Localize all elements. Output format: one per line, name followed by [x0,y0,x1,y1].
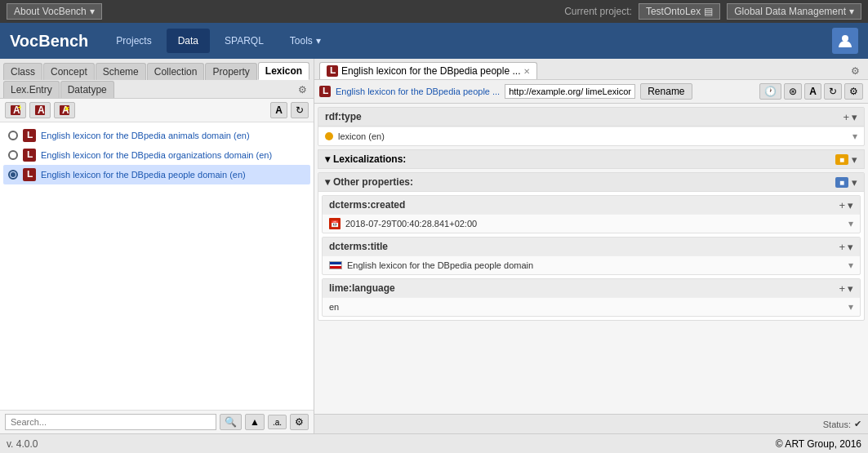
tab-settings-icon[interactable]: ⚙ [295,82,310,97]
dcterms-created-add-button[interactable]: + [839,200,845,211]
up-icon: ▲ [250,416,260,428]
other-props-section: ▾ Other properties: ■ ▾ dcterms:created … [318,172,865,321]
add-lexicon-button[interactable]: A + [5,102,26,118]
global-mgmt-button[interactable]: Global Data Management ▾ [727,3,861,20]
tab-collection[interactable]: Collection [147,63,205,80]
nav-tools-label: Tools [290,35,313,47]
tab-lex-entry[interactable]: Lex.Entry [3,81,60,98]
text-button[interactable]: A [804,83,821,100]
tab-close-icon[interactable]: ✕ [523,67,530,76]
rdf-type-add-button[interactable]: + [843,112,849,122]
tab-resource-icon: L [327,65,338,77]
nav-item-tools[interactable]: Tools ▾ [278,29,332,53]
top-bar: About VocBench ▾ Current project: TestOn… [0,0,868,23]
tab-class[interactable]: Class [3,63,42,80]
search-up-button[interactable]: ▲ [245,414,265,430]
dcterms-created-value-row: 📅 2018-07-29T00:40:28.841+02:00 ▾ [323,214,860,233]
validation-button[interactable]: ⊛ [784,83,802,100]
nav-item-projects[interactable]: Projects [105,29,162,53]
rdf-type-value-content: lexicon (en) [325,131,385,141]
svg-text:L: L [330,67,336,75]
dcterms-title-header: dcterms:title + ▾ [323,238,860,255]
dcterms-created-label: dcterms:created [329,199,405,211]
rename-label: Rename [648,86,684,97]
svg-point-0 [842,35,848,42]
about-button[interactable]: About VocBench ▾ [7,3,102,20]
dcterms-created-section: dcterms:created + ▾ 📅 2018-07-29T00:40:2… [322,195,861,233]
dcterms-title-add-button[interactable]: + [839,242,845,252]
radio-people[interactable] [8,170,18,180]
search-button[interactable]: 🔍 [220,414,242,430]
tab-property[interactable]: Property [205,63,256,80]
dcterms-created-chevron[interactable]: ▾ [848,218,853,229]
other-props-collapse-icon: ▾ [325,176,330,188]
lexicalizations-section: ▾ Lexicalizations: ■ ▾ [318,149,865,169]
global-mgmt-arrow-icon: ▾ [849,6,854,17]
nav-item-data[interactable]: Data [167,29,210,53]
radio-organizations[interactable] [8,150,18,160]
rdf-type-dropdown-button[interactable]: ▾ [852,112,857,122]
dcterms-created-dropdown-button[interactable]: ▾ [848,200,853,211]
dcterms-title-label: dcterms:title [329,241,388,252]
lexicalizations-dropdown-button[interactable]: ▾ [852,154,857,165]
lime-language-add-button[interactable]: + [839,283,845,294]
list-item[interactable]: L English lexicon for the DBpedia people… [3,165,310,184]
format-button[interactable]: A [270,102,287,118]
list-item[interactable]: L English lexicon for the DBpedia animal… [3,126,310,145]
regex-button[interactable]: .a. [268,415,287,429]
app-title: VocBench [10,32,88,51]
svg-text:A: A [38,104,45,116]
lexicalizations-header[interactable]: ▾ Lexicalizations: ■ ▾ [318,149,865,169]
rdf-type-chevron[interactable]: ▾ [852,131,857,142]
svg-text:L: L [27,171,33,179]
lex-collapse-icon: ▾ [325,153,330,165]
lime-language-value-row: en ▾ [323,297,860,316]
history-button[interactable]: 🕐 [759,83,781,100]
nav-item-sparql[interactable]: SPARQL [213,29,275,53]
dcterms-created-value: 2018-07-29T00:40:28.841+02:00 [345,219,477,229]
dcterms-created-header: dcterms:created + ▾ [323,196,860,214]
dcterms-title-value-content: English lexicon for the DBpedia people d… [329,260,533,270]
right-panel-settings-icon[interactable]: ⚙ [848,64,863,78]
resource-url-input[interactable] [505,84,635,99]
tab-datatype-label: Datatype [68,84,107,95]
nav-data-label: Data [178,35,198,47]
delete-lexicon-button[interactable]: A [54,102,75,118]
dcterms-created-value-content: 📅 2018-07-29T00:40:28.841+02:00 [329,218,477,229]
search-settings-button[interactable]: ⚙ [290,414,309,430]
other-props-header: ▾ Other properties: ■ ▾ [318,173,864,192]
toolbar-right: A ↻ [270,102,309,118]
radio-animals[interactable] [8,131,18,140]
tab-datatype[interactable]: Datatype [60,81,114,98]
lexicalizations-label: Lexicalizations: [333,153,406,165]
copyright-label: © ART Group, 2016 [776,438,861,450]
edit-lexicon-button[interactable]: A [29,102,51,118]
reload-button[interactable]: ↻ [824,83,842,100]
more-options-button[interactable]: ⚙ [844,83,863,100]
dcterms-title-section: dcterms:title + ▾ English lexicon for th… [322,237,861,275]
dcterms-title-chevron[interactable]: ▾ [848,260,853,271]
lime-language-dropdown-button[interactable]: ▾ [848,283,853,294]
resource-tools: 🕐 ⊛ A ↻ ⚙ [759,83,863,100]
dcterms-title-dropdown-button[interactable]: ▾ [848,242,853,252]
list-item[interactable]: L English lexicon for the DBpedia organi… [3,145,310,165]
right-tab-bar: L English lexicon for the DBpedia people… [314,59,868,80]
global-mgmt-label: Global Data Management [734,6,846,17]
right-panel: L English lexicon for the DBpedia people… [314,59,868,433]
rename-button[interactable]: Rename [640,83,692,100]
tab-scheme[interactable]: Scheme [96,63,146,80]
tab-concept[interactable]: Concept [43,63,95,80]
user-avatar[interactable] [832,28,858,54]
tab-bar: Class Concept Scheme Collection Property… [0,59,314,99]
lexicon-type-icon [325,132,333,140]
status-label: Status: [823,420,851,429]
lexicalizations-badge: ■ [835,154,848,165]
other-props-label: Other properties: [333,176,413,188]
other-props-dropdown-button[interactable]: ▾ [852,177,857,188]
search-input[interactable] [5,414,216,430]
right-tab-lexicon[interactable]: L English lexicon for the DBpedia people… [319,62,537,79]
refresh-button[interactable]: ↻ [291,102,309,118]
lime-language-chevron[interactable]: ▾ [848,301,853,313]
list-item-text: English lexicon for the DBpedia people d… [41,170,246,180]
tab-lexicon[interactable]: Lexicon [258,62,309,80]
